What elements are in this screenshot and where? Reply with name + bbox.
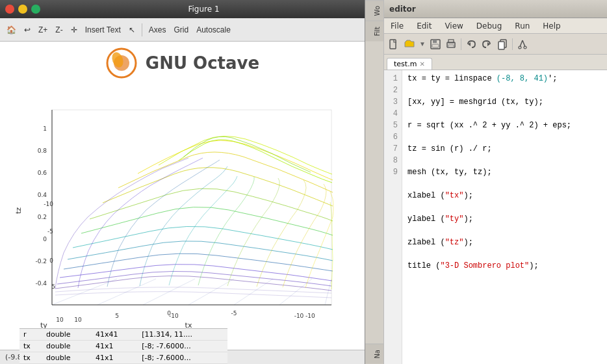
grid-button[interactable]: Grid <box>172 24 192 36</box>
code-editor[interactable]: 1 2 3 4 5 6 7 8 9 tx = ty = linspace (-8… <box>384 70 607 364</box>
back-button[interactable]: ↩ <box>21 24 33 36</box>
open-dropdown-button[interactable]: ▼ <box>418 39 427 49</box>
code-line-4: tz = sin (r) ./ r; <box>407 143 571 155</box>
insert-text-button[interactable]: Insert Text <box>83 24 123 36</box>
svg-text:-0.2: -0.2 <box>36 258 47 265</box>
pan-icon: ✛ <box>71 25 77 34</box>
zoom-in-button[interactable]: Z+ <box>36 24 50 36</box>
left-sidebar: Wo Filt Na r double 41x41 [11.314, 11...… <box>365 0 384 364</box>
svg-text:0.2: 0.2 <box>38 214 47 220</box>
octave-header: GNU Octave <box>92 42 272 84</box>
save-button[interactable] <box>428 37 443 51</box>
file-menu[interactable]: File <box>388 20 406 32</box>
edit-menu[interactable]: Edit <box>414 20 434 32</box>
svg-text:0.8: 0.8 <box>38 148 47 154</box>
zoom-out-button[interactable]: Z- <box>53 24 65 36</box>
toolbar-separator-2 <box>512 38 513 50</box>
svg-text:-10: -10 <box>44 201 54 207</box>
open-button[interactable] <box>402 37 417 51</box>
code-line-5: mesh (tx, ty, tz); <box>407 166 571 178</box>
svg-point-48 <box>519 46 521 49</box>
save-icon <box>430 38 441 50</box>
tab-close-icon[interactable]: ✕ <box>419 60 424 68</box>
tab-label: test.m <box>394 60 417 68</box>
toolbar-separator-1 <box>461 38 461 50</box>
svg-text:10: 10 <box>75 317 83 323</box>
svg-text:10: 10 <box>57 317 64 323</box>
cursor-button[interactable]: ↖ <box>126 24 138 36</box>
cursor-icon: ↖ <box>129 25 135 34</box>
undo-button[interactable] <box>464 37 478 51</box>
code-line-1: tx = ty = linspace (-8, 8, 41)'; <box>407 73 571 84</box>
autoscale-label: Autoscale <box>196 25 231 34</box>
svg-text:-10: -10 <box>169 313 179 319</box>
figure-window: Figure 1 🏠 ↩ Z+ Z- ✛ Insert Text ↖ Axes … <box>0 0 365 364</box>
help-menu[interactable]: Help <box>540 20 563 32</box>
z-axis-label: tz <box>14 207 23 214</box>
new-file-icon <box>388 38 400 50</box>
cut-button[interactable] <box>515 37 530 51</box>
code-line-2: [xx, yy] = meshgrid (tx, ty); <box>407 96 571 108</box>
axes-label: Axes <box>149 25 166 34</box>
code-text[interactable]: tx = ty = linspace (-8, 8, 41)'; [xx, yy… <box>402 70 576 364</box>
editor-toolbar: ▼ <box>384 34 607 55</box>
svg-rect-37 <box>433 40 437 43</box>
sombrero-plot: tz 1 0.8 0.6 0.4 0.2 0 -0.2 -0.4 <box>0 84 365 350</box>
svg-rect-38 <box>432 44 439 47</box>
redo-icon <box>481 38 493 50</box>
sidebar-spacer <box>365 42 383 344</box>
close-button[interactable] <box>5 5 14 14</box>
dropdown-arrow-icon: ▼ <box>419 40 426 47</box>
copy-button[interactable] <box>495 37 510 51</box>
zoom-out-label: Z- <box>55 25 62 34</box>
redo-button[interactable] <box>480 37 494 51</box>
svg-text:-10: -10 <box>305 313 315 319</box>
window-title: Figure 1 <box>48 5 359 14</box>
new-file-button[interactable] <box>387 37 401 51</box>
grid-label: Grid <box>174 25 189 34</box>
test-m-tab[interactable]: test.m ✕ <box>387 58 432 70</box>
svg-text:5: 5 <box>116 313 120 319</box>
home-button[interactable]: 🏠 <box>4 24 19 36</box>
octave-logo-icon <box>105 47 138 79</box>
plot-svg: tz 1 0.8 0.6 0.4 0.2 0 -0.2 -0.4 <box>13 103 351 331</box>
debug-menu[interactable]: Debug <box>474 20 504 32</box>
undo-icon <box>465 38 477 50</box>
maximize-button[interactable] <box>31 5 40 14</box>
editor-menu-bar: File Edit View Debug Run Help <box>384 18 607 34</box>
nav-tab[interactable]: Na <box>365 344 383 364</box>
axes-button[interactable]: Axes <box>146 24 169 36</box>
svg-text:-0.4: -0.4 <box>36 280 47 287</box>
line-numbers: 1 2 3 4 5 6 7 8 9 <box>384 70 402 364</box>
home-icon: 🏠 <box>6 25 16 34</box>
svg-text:0.4: 0.4 <box>38 192 47 198</box>
view-menu[interactable]: View <box>442 20 465 32</box>
code-line-3: r = sqrt (xx .^ 2 + yy .^ 2) + eps; <box>407 120 571 131</box>
svg-text:1: 1 <box>44 125 47 132</box>
zoom-in-label: Z+ <box>38 25 47 34</box>
code-line-9: title ("3-D Sombrero plot"); <box>407 260 571 272</box>
octave-title: GNU Octave <box>146 53 259 73</box>
svg-text:5: 5 <box>52 283 56 290</box>
autoscale-button[interactable]: Autoscale <box>194 24 233 36</box>
figure-toolbar: 🏠 ↩ Z+ Z- ✛ Insert Text ↖ Axes Grid Auto… <box>0 18 365 42</box>
pan-button[interactable]: ✛ <box>68 24 80 36</box>
svg-point-49 <box>524 46 526 49</box>
svg-text:-5: -5 <box>47 228 53 235</box>
minimize-button[interactable] <box>18 5 27 14</box>
plot-area: GNU Octave tz 1 0.8 0.6 0.4 0.2 0 -0.2 -… <box>0 42 365 350</box>
file-browser-tab[interactable]: Filt <box>365 21 383 42</box>
svg-text:0: 0 <box>44 236 47 242</box>
toolbar-separator <box>142 23 142 36</box>
insert-text-label: Insert Text <box>85 25 121 34</box>
code-line-6: xlabel ("tx"); <box>407 190 571 202</box>
editor-title-bar: editor <box>384 0 607 18</box>
run-menu[interactable]: Run <box>512 20 532 32</box>
svg-rect-35 <box>390 40 396 49</box>
svg-text:-10: -10 <box>294 313 304 319</box>
workspace-tab[interactable]: Wo <box>365 0 383 21</box>
print-button[interactable] <box>444 37 458 51</box>
editor-tab-bar: test.m ✕ <box>384 55 607 70</box>
editor-title: editor <box>389 5 416 14</box>
back-icon: ↩ <box>24 25 31 34</box>
